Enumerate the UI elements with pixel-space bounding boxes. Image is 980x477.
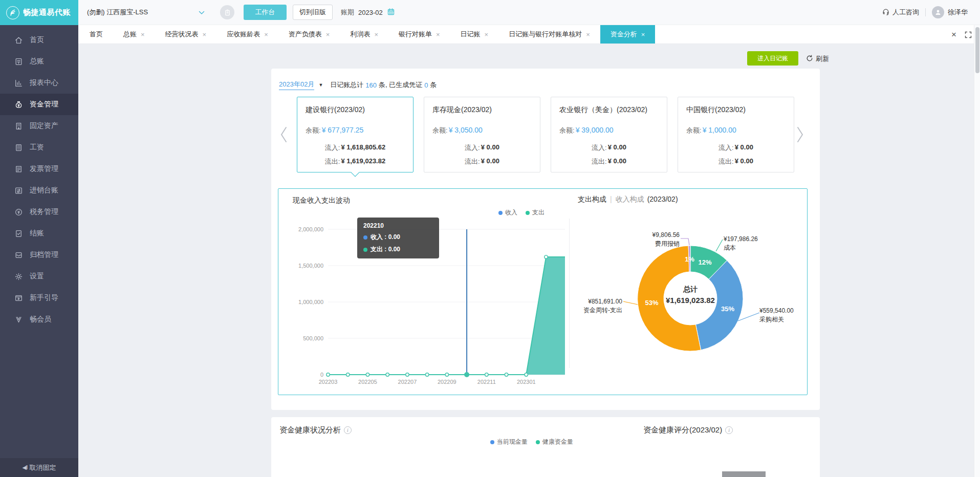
guide-icon [14, 294, 23, 302]
sidebar-item-进销台账[interactable]: 进销台账 [0, 180, 78, 201]
slice-label-procurement: ¥559,540.00采购相关 [759, 307, 836, 324]
tab-label: 银行对账单 [399, 30, 432, 39]
tab-close-icon[interactable]: × [374, 31, 378, 38]
refresh-icon [806, 55, 813, 63]
sidebar-item-label: 进销台账 [30, 186, 58, 195]
tab-label: 首页 [90, 30, 103, 39]
sidebar-item-label: 资金管理 [30, 100, 58, 109]
tab-利润表[interactable]: 利润表× [340, 25, 388, 44]
tab-close-icon[interactable]: × [586, 31, 590, 38]
summary-mid: 条, 已生成凭证 [379, 80, 422, 90]
inflow-row: 流入:¥ 0.00 [432, 143, 532, 153]
report-center-icon [14, 79, 23, 88]
tooltip-dot [363, 235, 367, 240]
tab-资产负债表[interactable]: 资产负债表× [278, 25, 340, 44]
tab-close-icon[interactable]: × [326, 31, 330, 38]
sidebar-item-报表中心[interactable]: 报表中心 [0, 72, 78, 94]
app-logo: 畅捷通易代账 [0, 0, 78, 25]
sidebar-item-label: 税务管理 [30, 207, 58, 216]
sidebar-item-设置[interactable]: 设置 [0, 266, 78, 287]
legend-item-current-cash[interactable]: 当前现金量 [490, 438, 528, 446]
tab-资金分析[interactable]: 资金分析× [600, 25, 656, 44]
tooltip-row: 支出 : 0.00 [363, 245, 433, 254]
notepad-icon[interactable] [220, 5, 234, 19]
caret-down-icon[interactable]: ▼ [318, 82, 323, 88]
calendar-icon[interactable] [387, 8, 395, 17]
tab-label: 资金分析 [611, 30, 637, 39]
tabbar: 首页总账×经营状况表×应收账龄表×资产负债表×利润表×银行对账单×日记账×日记账… [78, 25, 980, 44]
info-icon[interactable]: i [344, 426, 352, 434]
tab-close-icon[interactable]: × [264, 31, 268, 38]
home-icon [14, 36, 23, 45]
sidebar-item-label: 首页 [30, 35, 44, 45]
legend-label: 健康资金量 [542, 438, 573, 446]
sidebar-item-结账[interactable]: 结账 [0, 223, 78, 244]
tab-close-icon[interactable]: × [485, 31, 489, 38]
sidebar-item-资金管理[interactable]: 资金管理 [0, 94, 78, 115]
account-card-库存现金(2023/02)[interactable]: 库存现金(2023/02)余额:¥ 3,050.00流入:¥ 0.00流出:¥ … [424, 97, 540, 172]
sidebar-item-label: 工资 [30, 143, 44, 152]
carousel-prev-button[interactable] [279, 126, 288, 143]
outflow-row: 流出:¥ 0.00 [559, 157, 659, 166]
sidebar-item-畅会员[interactable]: 畅会员 [0, 309, 78, 330]
carousel-next-button[interactable] [796, 126, 804, 143]
main-content: 进入日记账 刷新 2023年02月 ▼ 日记账总计 160 条, 已生成凭证 0… [78, 44, 980, 477]
account-set-dropdown[interactable]: (勿删) 江西服宝-LSS [87, 8, 205, 17]
legend-item-healthy-cash[interactable]: 健康资金量 [536, 438, 573, 446]
tab-应收账龄表[interactable]: 应收账龄表× [216, 25, 278, 44]
health-score-bar-partial [722, 471, 766, 477]
tab-日记账与银行对账单核对[interactable]: 日记账与银行对账单核对× [498, 25, 600, 44]
tab-总账[interactable]: 总账× [113, 25, 155, 44]
account-card-农业银行（美金）(2023/02)[interactable]: 农业银行（美金）(2023/02)余额:¥ 39,000.00流入:¥ 0.00… [551, 97, 667, 172]
user-menu[interactable]: 徐泽华 [932, 6, 968, 18]
sidebar-item-总账[interactable]: 总账 [0, 51, 78, 72]
balance-row: 余额:¥ 39,000.00 [559, 126, 659, 135]
refresh-button[interactable]: 刷新 [806, 54, 829, 63]
tab-close-icon[interactable]: × [141, 31, 145, 38]
svg-text:12%: 12% [698, 258, 711, 266]
brand-name: 畅捷通易代账 [23, 8, 71, 17]
flows: 流入:¥ 1,618,805.62流出:¥ 1,619,023.82 [306, 143, 405, 166]
account-name: 农业银行（美金）(2023/02) [559, 105, 659, 115]
funds-analysis-panel: 2023年02月 ▼ 日记账总计 160 条, 已生成凭证 0 条 建设银行(2… [271, 69, 820, 410]
tab-close-icon[interactable]: × [203, 31, 207, 38]
support-link[interactable]: 人工咨询 [882, 8, 919, 17]
tab-close-icon[interactable]: × [436, 31, 440, 38]
scrollbar-thumb[interactable] [975, 27, 979, 73]
account-card-建设银行(2023/02)[interactable]: 建设银行(2023/02)余额:¥ 677,977.25流入:¥ 1,618,8… [297, 97, 413, 172]
tab-日记账[interactable]: 日记账× [450, 25, 499, 44]
svg-text:0: 0 [320, 372, 323, 378]
sidebar-item-label: 报表中心 [30, 78, 58, 88]
tab-首页[interactable]: 首页 [79, 25, 113, 44]
tab-银行对账单[interactable]: 银行对账单× [388, 25, 450, 44]
sidebar-item-税务管理[interactable]: 税务管理 [0, 201, 78, 223]
fullscreen-icon[interactable] [965, 31, 972, 38]
close-all-tabs-icon[interactable]: × [951, 30, 956, 40]
tab-close-icon[interactable]: × [641, 31, 645, 38]
period-value[interactable]: 2023-02 [358, 9, 383, 16]
workbench-button[interactable]: 工作台 [244, 5, 287, 20]
slice-label-cost: ¥197,986.26成本 [724, 235, 800, 252]
svg-text:500,000: 500,000 [303, 335, 323, 341]
sidebar-item-新手引导[interactable]: 新手引导 [0, 287, 78, 309]
tab-经营状况表[interactable]: 经营状况表× [155, 25, 217, 44]
invoice-icon [14, 165, 23, 174]
summary-suffix: 条 [430, 80, 437, 90]
sidebar-item-label: 新手引导 [30, 293, 58, 302]
svg-text:1%: 1% [685, 255, 694, 263]
outflow-row: 流出:¥ 0.00 [432, 157, 532, 166]
sidebar-item-首页[interactable]: 首页 [0, 29, 78, 51]
account-card-中国银行(2023/02)[interactable]: 中国银行(2023/02)余额:¥ 1,000.00流入:¥ 0.00流出:¥ … [678, 97, 794, 172]
chart-tooltip: 202210 收入 : 0.00 支出 : 0.00 [357, 218, 439, 258]
sidebar-item-固定资产[interactable]: 固定资产 [0, 115, 78, 137]
topbar: (勿删) 江西服宝-LSS 工作台 切到旧版 账期 2023-02 人工咨询 徐… [78, 0, 980, 25]
sidebar-unpin-button[interactable]: ◀‖ 取消固定 [0, 458, 78, 477]
info-icon[interactable]: i [725, 426, 733, 434]
sidebar-item-发票管理[interactable]: 发票管理 [0, 158, 78, 180]
switch-old-version-button[interactable]: 切到旧版 [293, 5, 333, 20]
enter-journal-button[interactable]: 进入日记账 [747, 51, 798, 66]
month-selector[interactable]: 2023年02月 [279, 80, 314, 90]
period-group: 账期 2023-02 [341, 8, 395, 17]
sidebar-item-归档管理[interactable]: 归档管理 [0, 244, 78, 266]
sidebar-item-工资[interactable]: 工资 [0, 137, 78, 158]
